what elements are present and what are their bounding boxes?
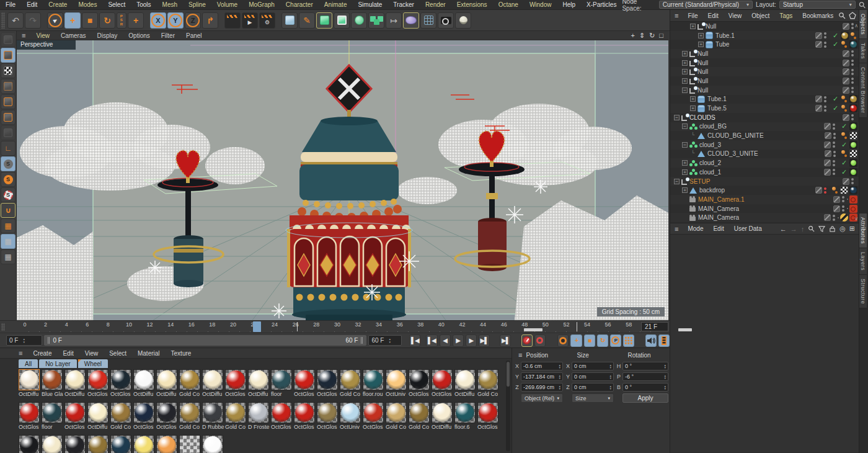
object-row[interactable]: − cloud_BG <box>670 122 859 132</box>
material-swatch[interactable] <box>87 435 110 453</box>
material-swatch[interactable]: Blue Gla <box>42 369 64 402</box>
expand-toggle[interactable]: − <box>674 179 680 184</box>
object-tag[interactable] <box>840 213 848 222</box>
visibility-editor-toggle[interactable] <box>824 123 831 130</box>
object-row[interactable]: + cloud_2 <box>670 158 859 168</box>
rotation-p-field[interactable]: -6 °▴▾ <box>622 372 668 381</box>
expand-toggle[interactable]: + <box>690 105 696 111</box>
attr-menu-mode[interactable]: Mode <box>683 225 708 232</box>
object-row[interactable]: MAIN_Camera <box>670 213 859 222</box>
object-tag[interactable] <box>841 95 848 103</box>
expand-toggle[interactable]: + <box>682 69 688 74</box>
key-scale-toggle[interactable]: ■ <box>584 334 595 347</box>
material-swatch[interactable]: floor <box>271 369 294 402</box>
object-tag[interactable] <box>849 195 857 204</box>
expand-toggle[interactable]: + <box>690 96 696 102</box>
object-name[interactable]: backdrop <box>699 187 815 194</box>
mode-button[interactable]: S <box>1 187 16 202</box>
apply-button[interactable]: Apply <box>622 393 668 403</box>
search-icon[interactable] <box>808 225 815 232</box>
expand-toggle[interactable]: − <box>682 87 688 93</box>
viewport-nav-icon[interactable]: + <box>631 32 634 40</box>
next-frame-button[interactable]: ▶ <box>466 334 477 347</box>
menu-item[interactable]: Edit <box>21 0 43 10</box>
rotation-b-field[interactable]: 0 °▴▾ <box>622 383 668 392</box>
goto-end-button[interactable]: ▶▌ <box>500 334 511 347</box>
mode-button[interactable] <box>1 125 16 140</box>
material-swatch[interactable]: OctGlos <box>317 369 340 402</box>
material-swatch[interactable] <box>179 435 202 453</box>
object-tag[interactable] <box>840 159 848 167</box>
visibility-dots-toggle[interactable] <box>851 23 854 29</box>
expand-toggle[interactable] <box>682 206 688 212</box>
menu-item[interactable]: Octane <box>493 0 524 10</box>
range-start-field[interactable]: 0 F▴▾ <box>6 335 42 346</box>
material-swatch[interactable] <box>156 435 179 453</box>
material-swatch[interactable]: D Froste <box>248 402 271 435</box>
keyframe-selection-button[interactable] <box>557 334 569 347</box>
viewport-menu-item[interactable]: Display <box>92 32 123 39</box>
mat-menu-edit[interactable]: Edit <box>57 350 79 357</box>
expand-toggle[interactable]: └ <box>690 133 696 138</box>
object-tag[interactable] <box>841 32 849 40</box>
mode-button[interactable]: S <box>1 172 16 187</box>
size-z-field[interactable]: 0 cm▴▾ <box>572 383 614 392</box>
visibility-editor-toggle[interactable] <box>815 96 822 102</box>
menu-item[interactable]: Window <box>524 0 557 10</box>
range-end-handle[interactable]: 60 F <box>345 337 363 344</box>
object-tag[interactable] <box>849 159 857 167</box>
history-back-icon[interactable]: ← <box>780 225 787 233</box>
viewport[interactable]: ≡ ViewCamerasDisplayOptionsFilterPanel +… <box>17 31 668 320</box>
material-swatch[interactable]: OctGlos <box>133 402 156 435</box>
object-name[interactable]: SETUP <box>689 178 843 185</box>
object-row[interactable]: └ CLOUD_3_UNITE <box>670 150 859 159</box>
mode-button[interactable]: ∟ <box>1 141 16 156</box>
visibility-editor-toggle[interactable] <box>824 214 831 221</box>
object-tag[interactable] <box>849 40 857 48</box>
object-tag[interactable] <box>849 150 857 158</box>
toolbar-button[interactable]: ■ <box>82 12 98 29</box>
mode-button[interactable] <box>1 94 16 109</box>
toolbar-button[interactable] <box>455 12 471 29</box>
object-name[interactable]: Null <box>698 68 843 75</box>
menu-item[interactable]: Character <box>280 0 319 10</box>
material-swatch[interactable] <box>202 435 225 453</box>
visibility-editor-toggle[interactable] <box>824 141 831 148</box>
object-row[interactable]: + Tube.1 <box>670 31 859 40</box>
viewport-nav-icon[interactable]: □ <box>659 32 663 40</box>
expand-toggle[interactable]: − <box>674 115 680 120</box>
om-menu-item[interactable]: View <box>724 12 747 19</box>
visibility-editor-toggle[interactable] <box>843 178 849 185</box>
visibility-editor-toggle[interactable] <box>825 132 831 139</box>
material-swatch[interactable]: OctGlos <box>477 402 500 435</box>
expand-toggle[interactable] <box>682 197 688 202</box>
mode-button[interactable] <box>1 48 16 63</box>
coord-mode-select[interactable]: Object (Rel)▾ <box>521 393 563 403</box>
object-tag[interactable] <box>831 104 839 112</box>
visibility-dots-toggle[interactable] <box>833 133 836 139</box>
toolbar-button[interactable]: Y <box>167 12 184 29</box>
material-layer-tab[interactable]: All <box>19 359 38 368</box>
key-rotation-toggle[interactable]: ↻ <box>597 334 608 347</box>
expand-toggle[interactable]: + <box>698 42 704 47</box>
object-tag[interactable] <box>849 132 857 140</box>
object-tag[interactable] <box>850 32 857 40</box>
goto-start-button[interactable]: ▌◀ <box>409 334 420 347</box>
material-swatch[interactable]: OctDiffu <box>19 369 42 402</box>
object-tag[interactable] <box>831 95 839 103</box>
material-swatch[interactable]: floor.rou <box>363 369 386 402</box>
viewport-nav-icon[interactable]: ↻ <box>649 32 655 40</box>
material-swatch[interactable]: Gold Co <box>179 369 202 402</box>
material-swatch[interactable]: OctDiffu <box>454 369 477 402</box>
visibility-editor-toggle[interactable] <box>815 41 822 48</box>
current-frame-field[interactable]: 21 F <box>641 322 668 331</box>
dock-tab[interactable]: Content Browser <box>859 63 867 118</box>
material-swatch[interactable]: OctDiffu <box>248 369 271 402</box>
expand-toggle[interactable]: + <box>682 187 688 193</box>
visibility-editor-toggle[interactable] <box>843 78 849 84</box>
menu-item[interactable]: Extensions <box>451 0 493 10</box>
object-tag[interactable] <box>841 104 848 112</box>
scene-canvas[interactable] <box>17 40 668 320</box>
object-tag[interactable] <box>840 186 848 194</box>
search-icon[interactable] <box>859 1 866 9</box>
